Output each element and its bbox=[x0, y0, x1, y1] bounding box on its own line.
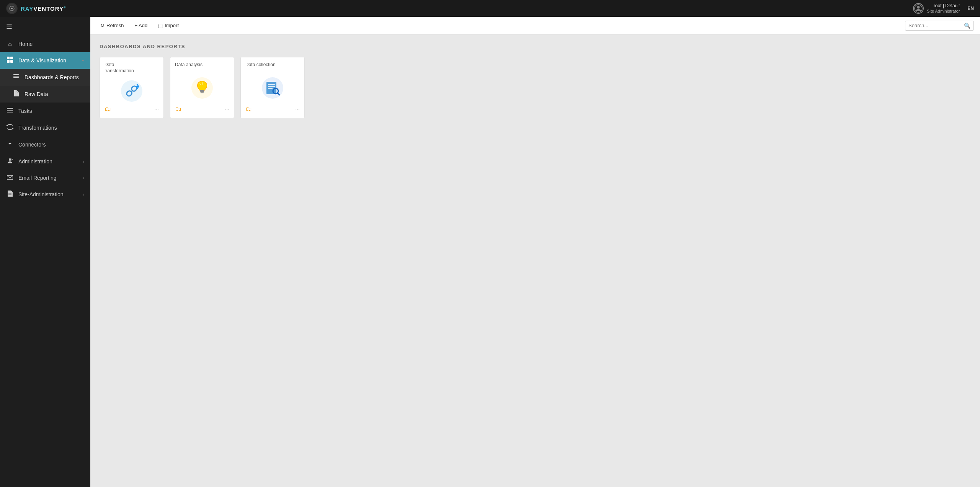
svg-rect-28 bbox=[201, 93, 204, 93]
refresh-label: Refresh bbox=[106, 23, 124, 28]
folder-icon-analysis: 🗂 bbox=[175, 105, 182, 113]
svg-rect-10 bbox=[13, 76, 19, 77]
administration-chevron: ‹ bbox=[83, 159, 84, 164]
email-reporting-icon bbox=[6, 174, 14, 181]
svg-point-17 bbox=[9, 158, 11, 161]
sidebar-item-administration[interactable]: Administration ‹ bbox=[0, 153, 90, 170]
dashboards-reports-icon bbox=[12, 73, 20, 81]
connectors-icon bbox=[6, 141, 14, 148]
sidebar-item-site-administration[interactable]: Site-Administration ‹ bbox=[0, 186, 90, 203]
email-reporting-chevron: ‹ bbox=[83, 176, 84, 180]
folder-icon-collection: 🗂 bbox=[245, 105, 252, 113]
svg-point-15 bbox=[7, 125, 8, 126]
svg-rect-26 bbox=[200, 90, 204, 91]
svg-point-22 bbox=[121, 80, 142, 102]
card-data-collection[interactable]: Data collection bbox=[240, 57, 305, 118]
card-data-transformation[interactable]: Datatransformation bbox=[100, 57, 164, 118]
sidebar-item-administration-label: Administration bbox=[18, 158, 52, 165]
logo-text: RAYVENTORY® bbox=[21, 5, 66, 12]
topbar-left: RAYVENTORY® bbox=[6, 3, 66, 14]
topbar-right: root | Default Site Administrator EN bbox=[913, 3, 974, 14]
sidebar-item-email-reporting[interactable]: Email Reporting ‹ bbox=[0, 170, 90, 186]
card-data-collection-icon-area bbox=[245, 71, 300, 105]
administration-icon bbox=[6, 158, 14, 165]
svg-rect-27 bbox=[200, 91, 204, 93]
sidebar-item-dashboards-reports[interactable]: Dashboards & Reports bbox=[0, 69, 90, 86]
sidebar-item-dashboards-reports-label: Dashboards & Reports bbox=[24, 74, 79, 80]
folder-icon: 🗂 bbox=[105, 105, 111, 113]
add-label: + Add bbox=[135, 23, 148, 28]
raw-data-icon bbox=[12, 90, 20, 98]
card-menu-icon[interactable]: ··· bbox=[154, 106, 159, 112]
site-administration-chevron: ‹ bbox=[83, 192, 84, 197]
refresh-icon: ↻ bbox=[100, 23, 105, 28]
datacollect-icon bbox=[260, 76, 285, 100]
card-menu-icon-collection[interactable]: ··· bbox=[295, 106, 300, 112]
svg-rect-19 bbox=[7, 176, 13, 180]
sidebar-item-raw-data[interactable]: Raw Data bbox=[0, 86, 90, 103]
search-icon: 🔍 bbox=[964, 23, 970, 29]
svg-point-16 bbox=[12, 128, 13, 129]
svg-point-2 bbox=[11, 8, 13, 9]
cards-grid: Datatransformation bbox=[100, 57, 971, 118]
svg-rect-11 bbox=[13, 77, 19, 78]
svg-rect-21 bbox=[8, 194, 11, 195]
card-data-analysis-title: Data analysis bbox=[175, 62, 229, 68]
card-data-collection-footer: 🗂 ··· bbox=[245, 105, 300, 113]
svg-rect-33 bbox=[268, 84, 275, 85]
search-input[interactable] bbox=[908, 23, 962, 28]
import-button[interactable]: ⬚ Import bbox=[154, 20, 183, 31]
layout: ☰ ⌂ Home Data & Visualization ▾ bbox=[0, 17, 980, 487]
card-menu-icon-analysis[interactable]: ··· bbox=[225, 106, 229, 112]
sidebar-hamburger[interactable]: ☰ bbox=[0, 17, 90, 36]
import-label: Import bbox=[165, 23, 179, 28]
transformations-icon bbox=[6, 124, 14, 132]
svg-point-18 bbox=[11, 159, 13, 160]
bulb-icon bbox=[190, 76, 214, 100]
card-data-analysis[interactable]: Data analysis bbox=[170, 57, 234, 118]
main-content: ↻ Refresh + Add ⬚ Import 🔍 DASHBOARDS AN… bbox=[90, 17, 980, 487]
search-box[interactable]: 🔍 bbox=[905, 21, 974, 31]
sidebar-item-connectors[interactable]: Connectors bbox=[0, 136, 90, 153]
user-info: root | Default Site Administrator bbox=[913, 3, 960, 14]
user-avatar bbox=[913, 3, 924, 14]
home-icon: ⌂ bbox=[6, 41, 14, 47]
sidebar-item-site-administration-label: Site-Administration bbox=[18, 191, 64, 197]
import-icon: ⬚ bbox=[158, 23, 163, 28]
user-name: root | Default bbox=[927, 3, 960, 8]
tasks-icon bbox=[6, 107, 14, 115]
card-data-transformation-footer: 🗂 ··· bbox=[105, 105, 159, 113]
svg-rect-6 bbox=[10, 57, 13, 59]
add-button[interactable]: + Add bbox=[131, 20, 152, 31]
card-data-transformation-title: Datatransformation bbox=[105, 62, 159, 74]
sidebar-item-home[interactable]: ⌂ Home bbox=[0, 36, 90, 52]
site-administration-icon bbox=[6, 191, 14, 198]
svg-rect-12 bbox=[7, 108, 13, 109]
refresh-button[interactable]: ↻ Refresh bbox=[96, 20, 128, 31]
card-data-transformation-icon-area bbox=[105, 77, 159, 105]
svg-rect-7 bbox=[7, 60, 10, 63]
sidebar-item-data-visualization-label: Data & Visualization bbox=[18, 57, 66, 64]
sidebar-item-home-label: Home bbox=[18, 41, 33, 47]
sidebar-item-raw-data-label: Raw Data bbox=[24, 91, 48, 97]
sidebar-item-email-reporting-label: Email Reporting bbox=[18, 175, 57, 181]
content-area: DASHBOARDS AND REPORTS Datatransformatio… bbox=[90, 34, 980, 487]
sidebar-item-transformations-label: Transformations bbox=[18, 125, 57, 131]
logo-icon bbox=[6, 3, 18, 14]
svg-rect-5 bbox=[7, 57, 10, 59]
sidebar: ☰ ⌂ Home Data & Visualization ▾ bbox=[0, 17, 90, 487]
language-badge[interactable]: EN bbox=[967, 6, 974, 11]
section-title: DASHBOARDS AND REPORTS bbox=[100, 44, 971, 49]
sidebar-item-data-visualization[interactable]: Data & Visualization ▾ bbox=[0, 52, 90, 69]
sidebar-item-tasks[interactable]: Tasks bbox=[0, 103, 90, 119]
svg-rect-13 bbox=[7, 110, 13, 111]
user-details: root | Default Site Administrator bbox=[927, 3, 960, 14]
data-visualization-icon bbox=[6, 57, 14, 64]
sidebar-item-tasks-label: Tasks bbox=[18, 108, 32, 114]
svg-rect-9 bbox=[13, 74, 19, 75]
transformation-icon bbox=[119, 79, 144, 103]
data-visualization-chevron: ▾ bbox=[82, 58, 84, 63]
sidebar-item-transformations[interactable]: Transformations bbox=[0, 119, 90, 136]
card-data-analysis-icon-area bbox=[175, 71, 229, 105]
svg-rect-20 bbox=[8, 193, 11, 194]
